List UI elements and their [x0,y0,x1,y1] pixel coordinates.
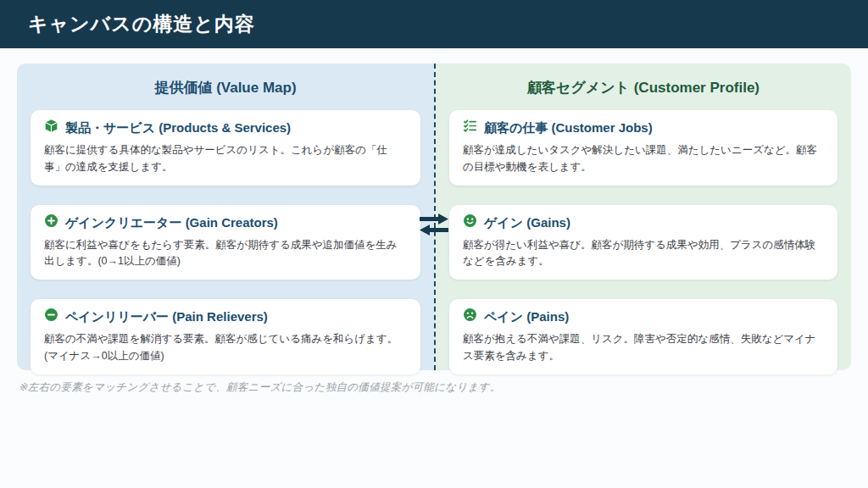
card-body-text: 顧客に提供する具体的な製品やサービスのリスト。これらが顧客の「仕事」の達成を支援… [44,142,407,176]
card-gains: ゲイン (Gains) 顧客が得たい利益や喜び。顧客が期待する成果や効用、プラス… [449,205,837,280]
card-body-text: 顧客の不満や課題を解消する要素。顧客が感じている痛みを和らげます。(マイナス→0… [44,331,407,365]
card-title-text: ゲインクリエーター (Gain Creators) [65,214,278,231]
card-title-text: ペインリリーバー (Pain Relievers) [65,308,268,325]
swap-arrows-icon [417,211,451,238]
card-gain-creators: ゲインクリエーター (Gain Creators) 顧客に利益や喜びをもたらす要… [31,205,420,280]
card-body-text: 顧客が得たい利益や喜び。顧客が期待する成果や効用、プラスの感情体験などを含みます… [463,237,824,271]
card-body-text: 顧客が抱える不満や課題、リスク。障害や否定的な感情、失敗などマイナス要素を含みま… [463,331,824,365]
customer-profile-title: 顧客セグメント (Customer Profile) [449,78,837,97]
page-title: キャンバスの構造と内容 [28,11,255,37]
card-pain-relievers: ペインリリーバー (Pain Relievers) 顧客の不満や課題を解消する要… [31,299,420,374]
footnote: ※左右の要素をマッチングさせることで、顧客ニーズに合った独自の価値提案が可能にな… [19,380,501,395]
card-title-text: ペイン (Pains) [484,308,569,325]
value-map-title: 提供価値 (Value Map) [31,78,420,97]
cube-icon [44,119,58,137]
list-check-icon [463,119,477,137]
minus-circle-icon [44,308,58,326]
card-title-text: 製品・サービス (Products & Services) [65,119,291,136]
value-map-panel: 提供価値 (Value Map) 製品・サービス (Products & Ser… [17,64,434,370]
card-pains: ペイン (Pains) 顧客が抱える不満や課題、リスク。障害や否定的な感情、失敗… [449,299,837,374]
card-title-text: ゲイン (Gains) [484,214,570,231]
frown-circle-icon [463,308,477,326]
card-products-services: 製品・サービス (Products & Services) 顧客に提供する具体的… [31,110,420,186]
card-title-text: 顧客の仕事 (Customer Jobs) [484,119,653,136]
card-customer-jobs: 顧客の仕事 (Customer Jobs) 顧客が達成したいタスクや解決したい課… [449,110,837,186]
card-body-text: 顧客に利益や喜びをもたらす要素。顧客が期待する成果や追加価値を生み出します。(0… [44,237,407,271]
plus-circle-icon [44,214,58,232]
slide-header: キャンバスの構造と内容 [0,0,868,48]
value-proposition-canvas: 提供価値 (Value Map) 製品・サービス (Products & Ser… [17,64,851,370]
smile-circle-icon [463,214,477,232]
card-body-text: 顧客が達成したいタスクや解決したい課題、満たしたいニーズなど。顧客の目標や動機を… [463,142,824,176]
customer-profile-panel: 顧客セグメント (Customer Profile) 顧客の仕事 (Custom… [434,64,851,370]
